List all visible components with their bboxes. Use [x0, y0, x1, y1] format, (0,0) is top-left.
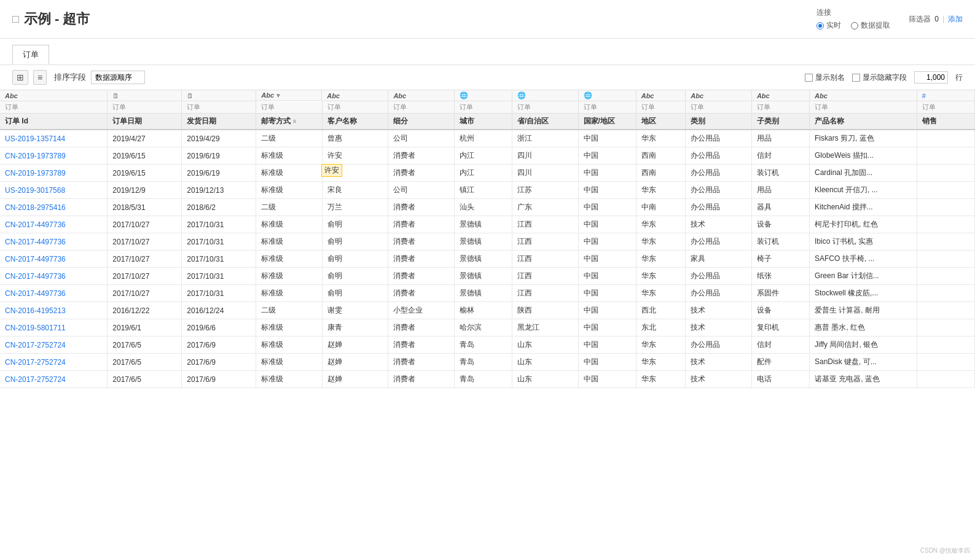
group-category: 订单	[686, 101, 752, 114]
header-city[interactable]: 城市	[454, 114, 512, 130]
table-cell: 2018/6/2	[182, 199, 256, 216]
type-subcategory: Abc	[751, 90, 809, 101]
type-segment: Abc	[388, 90, 455, 101]
table-cell: 华东	[636, 251, 686, 268]
table-cell: 华东	[636, 285, 686, 302]
table-cell: 标准级	[256, 336, 323, 354]
table-cell: 技术	[686, 354, 752, 371]
table-cell: 山东	[512, 354, 579, 371]
header-subcategory[interactable]: 子类别	[751, 114, 809, 130]
table-cell: 技术	[686, 319, 752, 336]
table-row: CN-2018-29754162018/5/312018/6/2二级万兰消费者汕…	[0, 199, 975, 216]
header-customer[interactable]: 客户名称	[322, 114, 388, 130]
table-cell: Jiffy 局间信封, 银色	[810, 336, 917, 354]
table-cell: 汕头	[454, 199, 512, 216]
table-row: US-2019-30175682019/12/92019/12/13标准级宋良公…	[0, 182, 975, 199]
tab-orders[interactable]: 订单	[12, 45, 49, 64]
header-order-date[interactable]: 订单日期	[108, 114, 182, 130]
table-row: CN-2017-44977362017/10/272017/10/31标准级俞明…	[0, 216, 975, 233]
group-city: 订单	[454, 101, 512, 114]
table-cell: 二级	[256, 302, 323, 319]
type-sales: #	[917, 90, 974, 101]
filter-divider: |	[942, 15, 944, 23]
table-cell: 俞明	[322, 251, 388, 268]
table-cell	[917, 147, 974, 165]
table-cell: 标准级	[256, 354, 323, 371]
header-province[interactable]: 省/自治区	[512, 114, 579, 130]
table-cell: 中国	[578, 302, 636, 319]
table-cell: 2017/6/9	[182, 371, 256, 388]
table-cell: 2017/10/27	[108, 268, 182, 285]
table-cell: 消费者	[388, 216, 455, 233]
list-view-button[interactable]: ≡	[33, 70, 47, 85]
grid-view-button[interactable]: ⊞	[12, 70, 28, 85]
table-cell: 2017/10/31	[182, 285, 256, 302]
table-cell: 2018/5/31	[108, 199, 182, 216]
table-cell: 标准级	[256, 147, 323, 165]
header-ship-mode[interactable]: 邮寄方式 ≡	[256, 114, 323, 130]
table-cell: CN-2017-2752724	[0, 371, 108, 388]
table-cell: Cardinal 孔加固...	[810, 165, 917, 182]
table-cell: SAFCO 扶手椅, ...	[810, 251, 917, 268]
table-cell: 东北	[636, 319, 686, 336]
table-cell: 赵婵	[322, 354, 388, 371]
sort-label: 排序字段	[54, 72, 86, 83]
table-cell: 康青	[322, 319, 388, 336]
table-cell: 西南	[636, 165, 686, 182]
table-cell: 配件	[751, 354, 809, 371]
header-controls: 连接 实时 数据提取 筛选器 0 | 添加	[816, 7, 963, 31]
table-cell: 2019/6/15	[108, 165, 182, 182]
table-cell: 复印机	[751, 319, 809, 336]
extract-radio[interactable]: 数据提取	[851, 20, 890, 31]
table-cell: 西北	[636, 302, 686, 319]
table-cell	[917, 336, 974, 354]
group-order-id: 订单	[0, 101, 108, 114]
table-cell: 办公用品	[686, 268, 752, 285]
table-cell: 用品	[751, 182, 809, 199]
table-cell: 2019/12/9	[108, 182, 182, 199]
header-segment[interactable]: 细分	[388, 114, 455, 130]
table-cell: 江苏	[512, 182, 579, 199]
table-cell: 黑龙江	[512, 319, 579, 336]
table-cell: 内江	[454, 147, 512, 165]
table-cell: 办公用品	[686, 336, 752, 354]
table-cell: 西南	[636, 147, 686, 165]
table-cell: 小型企业	[388, 302, 455, 319]
table-cell: 中国	[578, 216, 636, 233]
sort-select[interactable]: 数据源顺序	[91, 71, 145, 84]
show-hidden-checkbox[interactable]: 显示隐藏字段	[852, 72, 907, 83]
table-cell: 标准级	[256, 285, 323, 302]
table-cell: 华东	[636, 268, 686, 285]
header-region[interactable]: 地区	[636, 114, 686, 130]
table-cell: 消费者	[388, 165, 455, 182]
header-order-id[interactable]: 订单 Id	[0, 114, 108, 130]
row-count-input[interactable]	[914, 71, 948, 84]
filter-label: 筛选器	[909, 14, 931, 25]
header-sales[interactable]: 销售	[917, 114, 974, 130]
table-cell: 陕西	[512, 302, 579, 319]
show-alias-checkbox[interactable]: 显示别名	[805, 72, 845, 83]
group-subcategory: 订单	[751, 101, 809, 114]
type-ship-date: 🗓	[182, 90, 256, 101]
table-cell: 俞明	[322, 268, 388, 285]
table-cell: 2019/6/19	[182, 165, 256, 182]
table-cell: 设备	[751, 216, 809, 233]
header-product[interactable]: 产品名称	[810, 114, 917, 130]
header-country[interactable]: 国家/地区	[578, 114, 636, 130]
show-hidden-checkbox-box	[852, 74, 860, 82]
table-cell: 办公用品	[686, 147, 752, 165]
table-cell: 消费者	[388, 251, 455, 268]
table-cell: 中国	[578, 336, 636, 354]
table-cell: Ibico 订书机, 实惠	[810, 233, 917, 251]
header-category[interactable]: 类别	[686, 114, 752, 130]
type-order-date: 🗓	[108, 90, 182, 101]
filter-add-link[interactable]: 添加	[948, 14, 963, 25]
type-product: Abc	[810, 90, 917, 101]
table-cell: 装订机	[751, 233, 809, 251]
table-cell: 2019/4/29	[182, 130, 256, 147]
table-row: CN-2019-19737892019/6/152019/6/19标准级许安许安…	[0, 165, 975, 182]
group-province: 订单	[512, 101, 579, 114]
realtime-radio[interactable]: 实时	[816, 20, 841, 31]
table-cell: 器具	[751, 199, 809, 216]
header-ship-date[interactable]: 发货日期	[182, 114, 256, 130]
